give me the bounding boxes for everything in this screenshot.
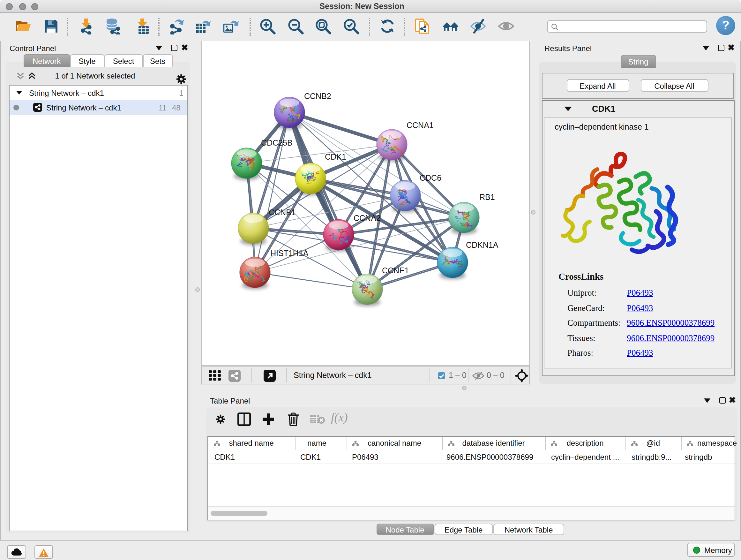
svg-text:CDC25B: CDC25B	[261, 138, 292, 147]
svg-text:CDK1: CDK1	[325, 152, 346, 161]
svg-text:RB1: RB1	[479, 192, 495, 201]
svg-text:CCNA1: CCNA1	[406, 120, 433, 129]
svg-text:CDC6: CDC6	[419, 173, 441, 182]
svg-text:CCNB1: CCNB1	[268, 207, 295, 216]
svg-text:CCNA2: CCNA2	[353, 213, 381, 222]
svg-text:CCNE1: CCNE1	[382, 266, 409, 274]
svg-text:HIST1H1A: HIST1H1A	[270, 248, 308, 257]
svg-text:CDKN1A: CDKN1A	[466, 240, 498, 249]
svg-text:CCNB2: CCNB2	[304, 91, 331, 100]
